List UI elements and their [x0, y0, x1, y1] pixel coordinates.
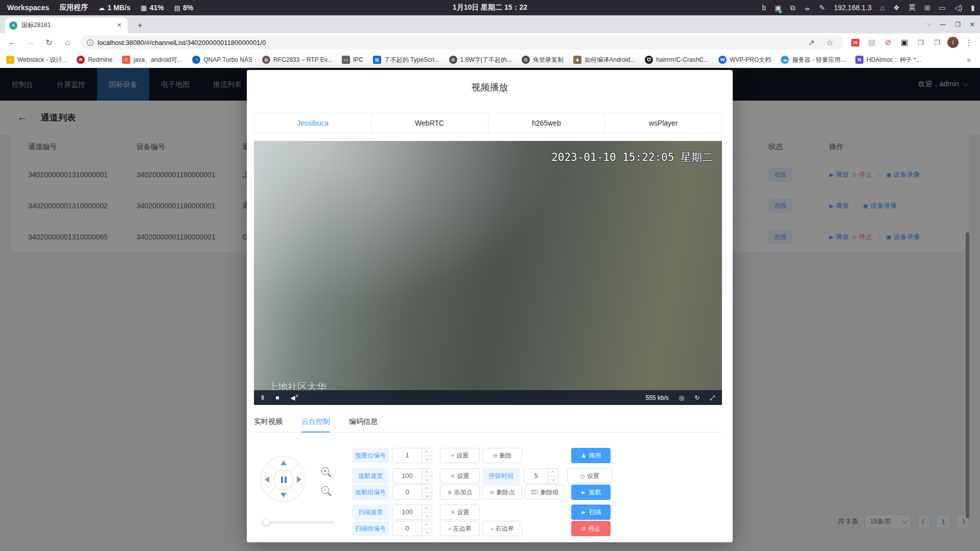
- address-bar[interactable]: i localhost:38080/#/channelList/34020000…: [81, 35, 843, 50]
- applications-menu[interactable]: 应用程序: [59, 3, 88, 12]
- number-spinner[interactable]: [548, 469, 558, 483]
- reload-icon[interactable]: ↻: [42, 35, 56, 50]
- zoom-out-button[interactable]: −: [321, 486, 333, 497]
- clipboard-tray-icon[interactable]: ⧉: [790, 4, 796, 12]
- preset-delete-button[interactable]: ⊖删除: [482, 448, 522, 463]
- cruise-delete-group-button[interactable]: ⌦删除组: [525, 485, 565, 500]
- window-minimize-button[interactable]: —: [940, 21, 946, 28]
- cruise-add-point-button[interactable]: ⊕添加点: [440, 485, 480, 500]
- bookmark-wvp-docs[interactable]: WWVP-PRO文档: [718, 56, 771, 64]
- tab-jessibuca[interactable]: Jessibuca: [254, 113, 371, 133]
- ptz-down-arrow[interactable]: [281, 493, 287, 497]
- profile-avatar[interactable]: I: [947, 37, 959, 48]
- spinner-down-icon[interactable]: [426, 494, 429, 497]
- tab-live-video[interactable]: 实时视频: [254, 414, 283, 433]
- tab-h265web[interactable]: h265web: [488, 113, 605, 133]
- ptz-right-arrow[interactable]: [297, 476, 301, 483]
- input-method-indicator[interactable]: 英: [908, 3, 916, 12]
- preset-call-button[interactable]: ♟调用: [571, 448, 611, 463]
- share-icon[interactable]: ↗: [804, 35, 819, 50]
- volume-icon[interactable]: ◁): [954, 4, 962, 12]
- bookmark-qnap[interactable]: ◔QNAP Turbo NAS: [192, 56, 252, 64]
- spinner-down-icon[interactable]: [426, 477, 429, 481]
- home-tray-icon[interactable]: ⌂: [880, 4, 884, 12]
- stay-time-set-button[interactable]: ◷设置: [567, 468, 612, 484]
- bookmark-csdn[interactable]: Cjava、android可...: [122, 56, 182, 64]
- bookmark-github[interactable]: ᗢhairrrrr/C-CrashC...: [645, 56, 709, 64]
- preset-set-button[interactable]: ⌖设置: [440, 448, 480, 463]
- window-restore-button[interactable]: ❐: [955, 21, 961, 28]
- extensions-puzzle-icon[interactable]: ❒: [915, 36, 927, 49]
- scan-left-boundary-button[interactable]: «左边界: [440, 521, 480, 536]
- bookmark-cloud-server[interactable]: ☁服务器 - 轻量应用...: [781, 56, 846, 64]
- tool-tray-icon[interactable]: ✎: [819, 4, 825, 12]
- url-text[interactable]: localhost:38080/#/channelList/3402000000…: [98, 39, 266, 46]
- ptz-stop-center-button[interactable]: [273, 469, 294, 490]
- browser-menu-icon[interactable]: ⋮: [963, 36, 975, 49]
- spinner-up-icon[interactable]: [425, 471, 428, 474]
- spinner-up-icon[interactable]: [551, 471, 554, 474]
- stay-time-input[interactable]: 5: [524, 468, 558, 484]
- bookmark-hdatmos[interactable]: NHDAtmos :: 种子 *...: [855, 56, 921, 64]
- site-info-icon[interactable]: i: [87, 39, 94, 46]
- extension-js-icon[interactable]: JS: [849, 36, 861, 49]
- ptz-stop-button[interactable]: ⊙停止: [571, 521, 611, 536]
- spinner-down-icon[interactable]: [426, 457, 429, 461]
- bookmark-star-icon[interactable]: ☆: [823, 35, 837, 50]
- cruise-delete-point-button[interactable]: ⊖删除点: [482, 485, 522, 500]
- pause-button[interactable]: Ⅱ: [261, 394, 264, 401]
- window-close-button[interactable]: ✕: [970, 21, 975, 28]
- scan-speed-set-button[interactable]: ✳设置: [440, 505, 480, 520]
- spinner-up-icon[interactable]: [425, 450, 428, 454]
- cruise-speed-input[interactable]: 100: [392, 468, 432, 484]
- bookmark-redmine[interactable]: RRedmine: [77, 56, 112, 64]
- extension-blocker-icon[interactable]: ⊘: [882, 36, 894, 49]
- bookmarks-overflow-chevron[interactable]: »: [967, 56, 974, 64]
- number-spinner[interactable]: [422, 485, 432, 499]
- clock[interactable]: 1月10日 星期二 15：22: [453, 3, 527, 12]
- tab-webrtc[interactable]: WebRTC: [371, 113, 488, 133]
- tab-wsplayer[interactable]: wsPlayer: [604, 113, 722, 133]
- snapshot-button[interactable]: ◎: [679, 394, 684, 401]
- spinner-up-icon[interactable]: [425, 507, 428, 511]
- zoom-in-button[interactable]: +: [321, 467, 333, 478]
- number-spinner[interactable]: [422, 521, 432, 536]
- home-icon[interactable]: ⌂: [60, 35, 75, 50]
- ip-address[interactable]: 192.168.1.3: [834, 4, 872, 12]
- spinner-up-icon[interactable]: [425, 523, 428, 527]
- display-tray-icon[interactable]: ▭: [939, 4, 946, 12]
- mute-button[interactable]: ◀✕: [290, 394, 295, 401]
- scan-right-boundary-button[interactable]: »右边界: [482, 521, 522, 536]
- tab-ptz-control[interactable]: 云台控制: [301, 414, 330, 433]
- ptz-left-arrow[interactable]: [265, 476, 269, 483]
- tab-close-icon[interactable]: ✕: [115, 21, 124, 30]
- scan-speed-input[interactable]: 100: [392, 505, 432, 520]
- slider-handle[interactable]: [263, 518, 270, 526]
- preset-number-input[interactable]: 1: [392, 448, 432, 463]
- spinner-down-icon[interactable]: [426, 530, 429, 534]
- workspaces-button[interactable]: Workspaces: [7, 4, 49, 12]
- bookmark-zhihu-ts[interactable]: 知了不起的 TypeScri...: [373, 56, 439, 64]
- screenshot-tray-icon[interactable]: ▣: [775, 4, 781, 12]
- extension-bag-icon[interactable]: ▤: [866, 36, 878, 49]
- cruise-speed-set-button[interactable]: ✳设置: [440, 468, 480, 484]
- tab-encoding-info[interactable]: 编码信息: [349, 414, 378, 433]
- bookmark-android-build[interactable]: ♟如何编译Android...: [573, 56, 635, 64]
- stop-button[interactable]: ■: [275, 394, 279, 401]
- ptz-speed-slider[interactable]: [262, 521, 335, 523]
- bookmark-folder-ipc[interactable]: ▭IPC: [342, 56, 363, 64]
- bookmark-article[interactable]: G1.8W字|了不起的...: [449, 56, 512, 64]
- cast-tray-icon[interactable]: ⊞: [924, 4, 930, 12]
- cruise-group-input[interactable]: 0: [392, 485, 432, 500]
- new-tab-button[interactable]: +: [134, 19, 146, 32]
- browser-tab[interactable]: ✦ 国标28181 ✕: [5, 17, 128, 33]
- reload-stream-button[interactable]: ↻: [694, 394, 699, 401]
- back-icon[interactable]: ←: [5, 35, 19, 50]
- tab-search-icon[interactable]: [927, 21, 932, 26]
- windows-tray-icon[interactable]: ❖: [893, 4, 900, 12]
- cruise-start-button[interactable]: ►巡航: [571, 485, 611, 500]
- extension-frame-icon[interactable]: ▣: [898, 36, 911, 49]
- caffeine-tray-icon[interactable]: ☕: [804, 4, 811, 12]
- bookmark-rfc2833[interactable]: ◍RFC2833 – RTP Ev...: [262, 56, 332, 64]
- spinner-down-icon[interactable]: [552, 477, 555, 481]
